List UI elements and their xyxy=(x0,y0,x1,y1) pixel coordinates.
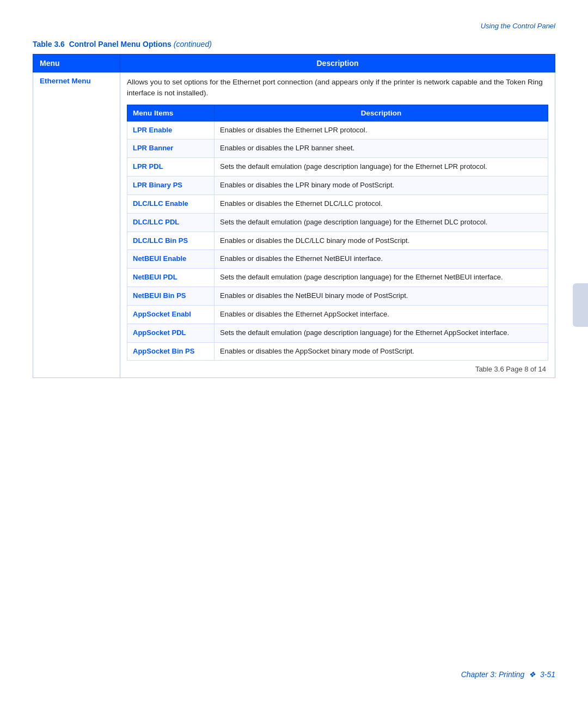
ethernet-description: Allows you to set options for the Ethern… xyxy=(127,77,548,101)
menu-item-name: AppSocket Enabl xyxy=(127,305,215,324)
inner-table-row: DLC/LLC Bin PSEnables or disables the DL… xyxy=(127,232,548,250)
menu-item-name: DLC/LLC Bin PS xyxy=(127,232,215,250)
section-title: Using the Control Panel xyxy=(481,22,555,30)
menu-item-name: DLC/LLC PDL xyxy=(127,213,215,232)
menu-item-name: NetBEUI Bin PS xyxy=(127,287,215,306)
main-table: Menu Description Ethernet Menu Allows yo… xyxy=(33,54,555,378)
table-title-suffix: (continued) xyxy=(174,40,212,48)
menu-item-description: Sets the default emulation (page descrip… xyxy=(215,213,548,232)
menu-item-name: NetBEUI PDL xyxy=(127,269,215,287)
chapter-footer: Chapter 3: Printing ❖ 3-51 xyxy=(461,670,555,679)
inner-table-row: AppSocket EnablEnables or disables the E… xyxy=(127,305,548,324)
page-container: Using the Control Panel Table 3.6 Contro… xyxy=(0,0,588,706)
menu-item-name: AppSocket PDL xyxy=(127,324,215,342)
menu-item-description: Enables or disables the LPR banner sheet… xyxy=(215,139,548,158)
col-header-menu: Menu xyxy=(33,54,120,72)
inner-table-row: DLC/LLC EnableEnables or disables the Et… xyxy=(127,194,548,213)
inner-table-row: AppSocket Bin PSEnables or disables the … xyxy=(127,342,548,361)
inner-table-row: NetBEUI Bin PSEnables or disables the Ne… xyxy=(127,287,548,306)
inner-table-row: LPR BannerEnables or disables the LPR ba… xyxy=(127,139,548,158)
inner-table-row: LPR Binary PSEnables or disables the LPR… xyxy=(127,176,548,195)
inner-table: Menu Items Description LPR EnableEnables… xyxy=(127,105,548,361)
page-footer-note: Table 3.6 Page 8 of 14 xyxy=(127,365,548,373)
inner-table-row: AppSocket PDLSets the default emulation … xyxy=(127,324,548,342)
menu-item-name: LPR Enable xyxy=(127,121,215,139)
inner-col-header-description: Description xyxy=(215,105,548,121)
menu-item-description: Sets the default emulation (page descrip… xyxy=(215,324,548,342)
menu-item-name: AppSocket Bin PS xyxy=(127,342,215,361)
menu-item-description: Sets the default emulation (page descrip… xyxy=(215,158,548,176)
menu-item-description: Enables or disables the Ethernet LPR pro… xyxy=(215,121,548,139)
ethernet-menu-label: Ethernet Menu xyxy=(33,72,120,378)
inner-table-row: NetBEUI PDLSets the default emulation (p… xyxy=(127,269,548,287)
section-header: Using the Control Panel xyxy=(33,22,555,30)
menu-item-name: LPR Binary PS xyxy=(127,176,215,195)
table-title-prefix: Table 3.6 xyxy=(33,40,65,48)
page-number: 3-51 xyxy=(540,670,555,679)
chapter-label: Chapter 3: Printing xyxy=(461,670,525,679)
menu-item-description: Enables or disables the Ethernet DLC/LLC… xyxy=(215,194,548,213)
ethernet-menu-content: Allows you to set options for the Ethern… xyxy=(120,72,555,378)
inner-table-row: NetBEUI EnableEnables or disables the Et… xyxy=(127,250,548,269)
col-header-description: Description xyxy=(120,54,555,72)
menu-item-name: DLC/LLC Enable xyxy=(127,194,215,213)
side-tab xyxy=(573,283,588,327)
inner-table-row: DLC/LLC PDLSets the default emulation (p… xyxy=(127,213,548,232)
menu-item-name: LPR Banner xyxy=(127,139,215,158)
menu-item-description: Enables or disables the LPR binary mode … xyxy=(215,176,548,195)
menu-item-name: LPR PDL xyxy=(127,158,215,176)
inner-table-row: LPR PDLSets the default emulation (page … xyxy=(127,158,548,176)
footer-separator: ❖ xyxy=(529,670,536,679)
table-row: Ethernet Menu Allows you to set options … xyxy=(33,72,555,378)
table-title-main: Control Panel Menu Options xyxy=(69,40,171,48)
menu-item-description: Sets the default emulation (page descrip… xyxy=(215,269,548,287)
menu-item-description: Enables or disables the Ethernet AppSock… xyxy=(215,305,548,324)
menu-item-description: Enables or disables the Ethernet NetBEUI… xyxy=(215,250,548,269)
menu-item-name: NetBEUI Enable xyxy=(127,250,215,269)
menu-item-description: Enables or disables the DLC/LLC binary m… xyxy=(215,232,548,250)
menu-item-description: Enables or disables the AppSocket binary… xyxy=(215,342,548,361)
inner-col-header-menu-items: Menu Items xyxy=(127,105,215,121)
table-title: Table 3.6 Control Panel Menu Options (co… xyxy=(33,40,555,48)
menu-item-description: Enables or disables the NetBEUI binary m… xyxy=(215,287,548,306)
inner-table-row: LPR EnableEnables or disables the Ethern… xyxy=(127,121,548,139)
